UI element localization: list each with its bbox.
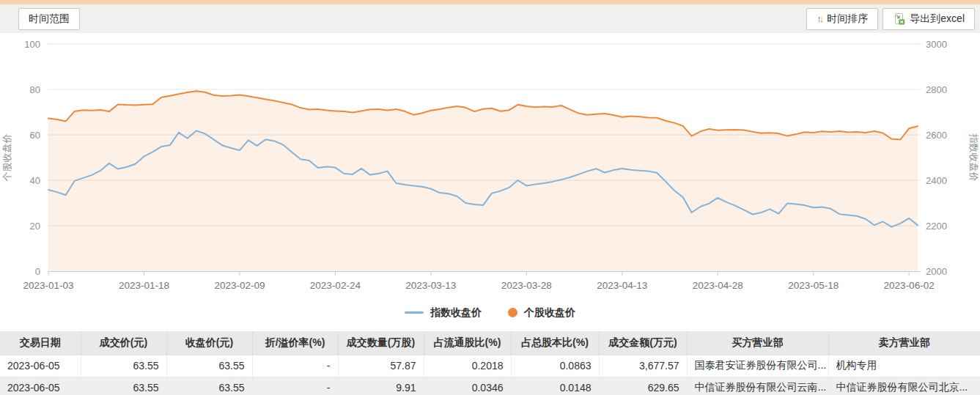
cell: 3,677.57: [599, 355, 687, 377]
stock-area-fill: [48, 91, 918, 271]
legend-item-stock[interactable]: 个股收盘价: [508, 306, 575, 320]
legend-circle-icon: [508, 308, 517, 317]
cell: 57.87: [338, 355, 424, 377]
right-axis-tick: 2200: [926, 221, 947, 232]
column-header: 成交价(元): [81, 331, 166, 355]
legend-item-index[interactable]: 指数收盘价: [405, 306, 482, 320]
deal-table-wrap: 交易日期成交价(元)收盘价(元)折/溢价率(%)成交数量(万股)占流通股比(%)…: [0, 331, 980, 395]
cell: 0.0148: [511, 377, 599, 395]
cell: 63.55: [81, 355, 166, 377]
cell: 0.2018: [424, 355, 511, 377]
right-axis-tick: 2600: [926, 130, 947, 141]
cell: 中信证券股份有限公司云南...: [687, 377, 828, 395]
cell: 0.0346: [424, 377, 511, 395]
deal-table: 交易日期成交价(元)收盘价(元)折/溢价率(%)成交数量(万股)占流通股比(%)…: [0, 331, 980, 395]
right-axis-tick: 2000: [926, 266, 947, 277]
column-header: 成交金额(万元): [599, 331, 687, 355]
left-axis-tick: 100: [24, 39, 40, 50]
cell: 9.91: [338, 377, 424, 395]
cell: 中信证券股份有限公司北京...: [828, 377, 980, 395]
x-axis-label: 2023-01-03: [23, 280, 73, 291]
x-axis-label: 2023-04-28: [693, 280, 743, 291]
cell: 629.65: [599, 377, 687, 395]
legend-label: 个股收盘价: [524, 306, 575, 320]
export-excel-button[interactable]: 导出到excel: [883, 8, 975, 30]
toolbar: 时间范围 ↑↓ 时间排序 导出到excel: [0, 4, 980, 33]
left-axis-tick: 60: [30, 130, 40, 141]
left-axis-tick: 80: [30, 84, 40, 95]
column-header: 折/溢价率(%): [252, 331, 338, 355]
cell: 国泰君安证券股份有限公司...: [687, 355, 828, 377]
cell: 2023-06-05: [0, 355, 81, 377]
excel-export-icon: [893, 12, 906, 26]
column-header: 成交数量(万股): [338, 331, 424, 355]
right-axis-tick: 2800: [926, 84, 947, 95]
x-axis-label: 2023-01-18: [119, 280, 169, 291]
x-axis-label: 2023-03-28: [501, 280, 552, 291]
x-axis-label: 2023-02-24: [310, 280, 361, 291]
time-sort-label: 时间排序: [827, 12, 868, 26]
x-axis-label: 2023-03-13: [405, 280, 456, 291]
x-axis-label: 2023-04-13: [597, 280, 647, 291]
table-row[interactable]: 2023-06-0563.5563.55-57.870.20180.08633,…: [0, 355, 980, 377]
cell: -: [252, 377, 338, 395]
right-axis-tick: 2400: [926, 175, 947, 186]
time-sort-button[interactable]: ↑↓ 时间排序: [806, 8, 878, 30]
right-axis-title: 指数收盘价: [968, 133, 979, 182]
left-axis-tick: 0: [35, 266, 40, 277]
x-axis-label: 2023-02-09: [214, 280, 265, 291]
time-range-button[interactable]: 时间范围: [18, 8, 80, 30]
legend-label: 指数收盘价: [430, 306, 482, 320]
cell: 63.55: [166, 377, 252, 395]
left-axis-tick: 40: [30, 175, 40, 186]
column-header: 交易日期: [0, 331, 81, 355]
column-header: 卖方营业部: [828, 331, 980, 355]
cell: 63.55: [81, 377, 166, 395]
sort-arrows-icon: ↑↓: [817, 13, 822, 24]
column-header: 收盘价(元): [166, 331, 252, 355]
cell: -: [252, 355, 338, 377]
table-header-row: 交易日期成交价(元)收盘价(元)折/溢价率(%)成交数量(万股)占流通股比(%)…: [0, 331, 980, 355]
column-header: 占流通股比(%): [424, 331, 511, 355]
right-axis-tick: 3000: [926, 39, 947, 50]
cell: 0.0863: [511, 355, 599, 377]
legend-line-icon: [405, 311, 424, 314]
cell: 2023-06-05: [0, 377, 81, 395]
price-chart[interactable]: 0204060801002000220024002600280030002023…: [0, 33, 980, 297]
column-header: 占总股本比(%): [511, 331, 599, 355]
cell: 机构专用: [828, 355, 980, 377]
left-axis-tick: 20: [30, 221, 40, 232]
left-axis-title: 个股收盘价: [1, 134, 12, 182]
export-excel-label: 导出到excel: [910, 12, 965, 26]
chart-legend: 指数收盘价个股收盘价: [0, 300, 980, 325]
time-range-label: 时间范围: [29, 12, 70, 26]
x-axis-label: 2023-05-18: [788, 280, 839, 291]
chart-section: 0204060801002000220024002600280030002023…: [0, 33, 980, 300]
x-axis-label: 2023-06-02: [884, 280, 935, 291]
column-header: 买方营业部: [687, 331, 828, 355]
cell: 63.55: [166, 355, 252, 377]
table-row[interactable]: 2023-06-0563.5563.55-9.910.03460.0148629…: [0, 377, 980, 395]
